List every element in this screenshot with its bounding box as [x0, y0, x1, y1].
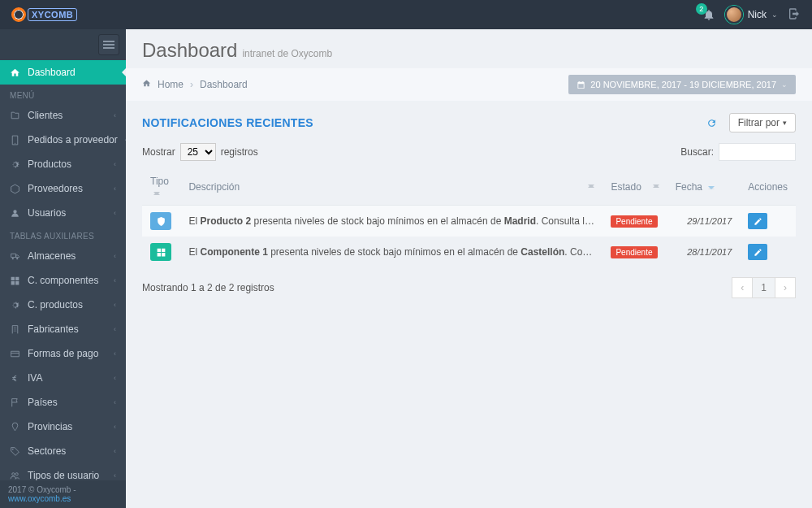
date-cell: 28/11/2017 — [667, 237, 741, 267]
sidebar-item-productos[interactable]: Productos‹ — [0, 152, 126, 176]
building-icon — [10, 324, 20, 335]
sidebar-item-provincias[interactable]: Provincias‹ — [0, 415, 126, 439]
sidebar-section-aux: TABLAS AUXILIARES — [0, 225, 126, 244]
user-menu[interactable]: Nick ⌄ — [725, 6, 778, 24]
svg-point-3 — [12, 448, 14, 449]
sort-icon — [153, 189, 160, 198]
col-fecha[interactable]: Fecha — [667, 169, 741, 206]
sidebar-item-label: Fabricantes — [28, 323, 79, 335]
svg-point-0 — [15, 142, 15, 143]
breadcrumb-separator: › — [190, 79, 193, 90]
col-descripcion[interactable]: Descripción — [180, 169, 603, 206]
refresh-button[interactable] — [702, 112, 723, 133]
notifications-button[interactable]: 2 — [702, 8, 715, 21]
logout-button[interactable] — [788, 7, 801, 23]
topbar-actions: 2 Nick ⌄ — [702, 6, 801, 24]
main: Dashboard intranet de Oxycomb Home › Das… — [126, 29, 812, 508]
daterange-label: 20 NOVIEMBRE, 2017 - 19 DICIEMBRE, 2017 — [590, 80, 776, 89]
sidebar-item-tipos-de-usuario[interactable]: Tipos de usuario‹ — [0, 463, 126, 480]
search-input[interactable] — [719, 143, 796, 161]
shield-icon — [156, 216, 166, 227]
user-name: Nick — [748, 9, 767, 20]
sidebar-item-label: Clientes — [28, 110, 63, 121]
sidebar-item-label: Sectores — [28, 445, 66, 457]
avatar — [725, 6, 743, 24]
home-icon — [10, 67, 20, 78]
pencil-icon — [754, 217, 762, 226]
sidebar-item-c-componentes[interactable]: C. componentes‹ — [0, 268, 126, 293]
calendar-icon — [577, 80, 585, 89]
sidebar-item-iva[interactable]: IVA‹ — [0, 366, 126, 390]
panel-header: NOTIFICACIONES RECIENTES Filtrar por ▾ — [142, 112, 796, 133]
cube-icon — [10, 184, 20, 194]
show-label: Mostrar — [142, 146, 175, 158]
logo-icon — [11, 7, 26, 22]
tablet-icon — [10, 135, 20, 145]
filter-button[interactable]: Filtrar por ▾ — [729, 113, 796, 132]
folder-icon — [10, 111, 20, 121]
panel-title: NOTIFICACIONES RECIENTES — [142, 116, 313, 129]
hamburger-icon — [103, 44, 114, 46]
pencil-icon — [754, 248, 762, 257]
col-estado[interactable]: Estado — [603, 169, 667, 206]
table-footer: Mostrando 1 a 2 de 2 registros ‹ 1 › — [142, 277, 796, 298]
col-tipo[interactable]: Tipo — [142, 169, 180, 206]
logout-icon — [788, 7, 801, 20]
sidebar-item-pa-ses[interactable]: Países‹ — [0, 390, 126, 415]
sidebar-item-almacenes[interactable]: Almacenes‹ — [0, 244, 126, 268]
sidebar-item-clientes[interactable]: Clientes‹ — [0, 103, 126, 128]
status-badge: Pendiente — [611, 215, 657, 228]
description-cell: El Componente 1 presenta niveles de stoc… — [180, 237, 603, 267]
type-badge — [150, 212, 171, 230]
chevron-left-icon: ‹ — [114, 185, 116, 193]
date-cell: 29/11/2017 — [667, 206, 741, 237]
page-current[interactable]: 1 — [752, 277, 775, 298]
grid-icon — [156, 247, 166, 258]
sidebar-toggle[interactable] — [98, 34, 119, 55]
chevron-left-icon: ‹ — [114, 252, 116, 260]
records-label: registros — [221, 146, 258, 158]
card-icon — [10, 349, 20, 359]
sidebar-item-formas-de-pago[interactable]: Formas de pago‹ — [0, 341, 126, 366]
sidebar-item-fabricantes[interactable]: Fabricantes‹ — [0, 317, 126, 341]
sidebar-item-label: Productos — [28, 158, 71, 170]
sidebar-item-label: Formas de pago — [28, 348, 98, 359]
notifications-badge: 2 — [696, 3, 707, 15]
footer-link[interactable]: www.oxycomb.es — [8, 494, 71, 503]
footer-copyright: 2017 © Oxycomb - — [8, 485, 76, 494]
flag-icon — [10, 397, 20, 408]
chevron-left-icon: ‹ — [114, 374, 116, 382]
sidebar-item-usuarios[interactable]: Usuarios‹ — [0, 201, 126, 225]
sidebar-item-dashboard[interactable]: Dashboard — [0, 60, 126, 85]
sort-desc-icon — [708, 183, 715, 193]
chevron-left-icon: ‹ — [114, 471, 116, 480]
chevron-left-icon: ‹ — [114, 209, 116, 217]
page-size-select[interactable]: 25 — [180, 143, 216, 161]
sidebar-section-menu: MENÚ — [0, 85, 126, 103]
breadcrumb-home[interactable]: Home — [158, 79, 184, 90]
col-acciones: Acciones — [740, 169, 796, 206]
chevron-left-icon: ‹ — [125, 136, 126, 144]
chevron-left-icon: ‹ — [114, 301, 116, 309]
sidebar-item-proveedores[interactable]: Proveedores‹ — [0, 176, 126, 201]
page-prev[interactable]: ‹ — [732, 277, 753, 298]
page-title: Dashboard — [142, 39, 237, 62]
search-label: Buscar: — [680, 146, 714, 158]
page-next[interactable]: › — [775, 277, 796, 298]
edit-button[interactable] — [748, 213, 767, 229]
sidebar-item-label: Provincias — [28, 421, 72, 432]
sidebar-footer: 2017 © Oxycomb - www.oxycomb.es — [0, 480, 126, 508]
daterange-picker[interactable]: 20 NOVIEMBRE, 2017 - 19 DICIEMBRE, 2017 … — [568, 75, 796, 94]
pagination: ‹ 1 › — [732, 277, 796, 298]
chevron-left-icon: ‹ — [114, 325, 116, 333]
gear-icon — [10, 159, 20, 170]
edit-button[interactable] — [748, 244, 767, 260]
page-header: Dashboard intranet de Oxycomb — [126, 29, 812, 68]
page-subtitle: intranet de Oxycomb — [242, 48, 332, 59]
chevron-down-icon: ⌄ — [781, 80, 788, 89]
euro-icon — [10, 373, 20, 384]
sidebar-item-pedidos-a-proveedor[interactable]: Pedidos a proveedor‹ — [0, 128, 126, 152]
sidebar-item-sectores[interactable]: Sectores‹ — [0, 439, 126, 463]
sidebar-item-c-productos[interactable]: C. productos‹ — [0, 293, 126, 317]
logo[interactable]: XYCOMB — [11, 7, 77, 22]
